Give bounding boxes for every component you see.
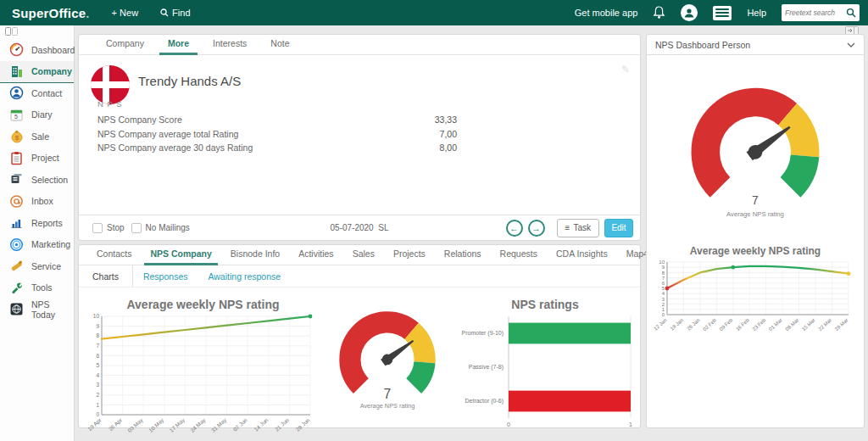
svg-text:22 Mar: 22 Mar	[817, 317, 832, 332]
task-button[interactable]: ≡Task	[557, 219, 599, 237]
svg-text:15 Mar: 15 Mar	[801, 317, 816, 332]
svg-text:8: 8	[662, 271, 665, 276]
apps-menu-icon[interactable]	[713, 6, 732, 20]
tab-more[interactable]: More	[156, 38, 201, 54]
help-link[interactable]: Help	[747, 8, 766, 18]
person-gauge-chart: 7Average NPS rating	[647, 86, 864, 220]
svg-text:10 May: 10 May	[147, 416, 165, 434]
tab-requests[interactable]: Requests	[491, 248, 547, 265]
svg-text:23 Feb: 23 Feb	[751, 317, 766, 332]
sidebar-item-project[interactable]: Project	[0, 148, 74, 170]
tools-wrench-icon	[8, 280, 24, 295]
sidebar-item-contact[interactable]: Contact	[0, 82, 74, 104]
tab-activities[interactable]: Activities	[289, 248, 342, 265]
contact-icon	[8, 86, 24, 101]
task-menu-icon: ≡	[565, 223, 570, 232]
field-value: 7,00	[440, 129, 457, 139]
sidebar-item-inbox[interactable]: Inbox	[0, 191, 74, 213]
sidebar-item-diary[interactable]: 5 Diary	[0, 104, 74, 126]
nps-ratings-bar-chart: NPS ratings Promoter (9-10)Passive (7-8)…	[451, 294, 639, 441]
tab-note[interactable]: Note	[259, 38, 301, 54]
svg-text:10: 10	[659, 260, 665, 265]
company-icon	[8, 64, 24, 79]
sidebar-item-tools[interactable]: Tools	[0, 277, 74, 299]
service-icon	[8, 259, 24, 274]
tab-interests[interactable]: Interests	[201, 38, 259, 54]
stop-checkbox[interactable]	[92, 223, 103, 233]
tab-nps-company[interactable]: NPS Company	[141, 248, 220, 265]
user-avatar-icon[interactable]	[681, 4, 698, 21]
sidebar-collapse-icon[interactable]	[5, 27, 19, 36]
search-icon[interactable]	[846, 8, 856, 18]
edit-button[interactable]: Edit	[604, 219, 633, 237]
gauge-chart-svg: 7Average NPS rating	[684, 86, 826, 220]
svg-text:03 May: 03 May	[126, 416, 145, 434]
svg-text:26 Jan: 26 Jan	[686, 317, 700, 332]
svg-text:$: $	[14, 134, 19, 142]
sidebar-item-marketing[interactable]: Marketing	[0, 234, 74, 256]
tab-sales[interactable]: Sales	[343, 248, 384, 265]
svg-text:6: 6	[96, 353, 99, 359]
svg-text:31 May: 31 May	[209, 416, 228, 434]
freetext-search-input[interactable]	[785, 8, 846, 17]
svg-text:9: 9	[96, 323, 99, 329]
company-tabs: Company More Interests Note	[79, 35, 640, 55]
previous-record-button[interactable]: ←	[506, 220, 523, 237]
tab-projects[interactable]: Projects	[384, 248, 435, 265]
panel-selector[interactable]: NPS Dashboard Person	[647, 35, 864, 55]
nps-gauge-chart: 7Average NPS rating	[324, 310, 451, 441]
sidebar-item-sale[interactable]: $ Sale	[0, 126, 74, 148]
svg-text:5: 5	[662, 286, 665, 291]
sidebar-item-selection[interactable]: Selection	[0, 169, 74, 191]
svg-text:Average NPS rating: Average NPS rating	[360, 402, 415, 410]
charts-row: Average weekly NPS rating 01234567891019…	[79, 294, 640, 441]
edit-section-icon[interactable]: ✎	[621, 64, 630, 75]
tab-cda-insights[interactable]: CDA Insights	[547, 248, 617, 265]
stop-label: Stop	[107, 223, 125, 232]
superoffice-logo[interactable]: SuperOffice.	[12, 6, 90, 20]
field-label: NPS Company average total Rating	[97, 129, 238, 139]
find-button[interactable]: Find	[160, 8, 190, 18]
field-value: 8,00	[440, 142, 457, 153]
tab-bisnode-info[interactable]: Bisnode Info	[221, 248, 289, 265]
subtab-responses[interactable]: Responses	[133, 271, 198, 282]
left-sidebar: Dashboard Company Contact 5 Diary $ Sale…	[0, 25, 75, 441]
sidebar-item-service[interactable]: Service	[0, 255, 74, 277]
notifications-bell-icon[interactable]	[653, 6, 665, 20]
project-icon	[8, 150, 24, 165]
sidebar-item-nps-today[interactable]: NPS Today	[0, 299, 74, 321]
field-row: NPS Company average 30 days Rating 8,00	[97, 141, 457, 155]
next-record-button[interactable]: →	[528, 220, 545, 237]
freetext-search[interactable]	[782, 4, 860, 21]
person-weekly-line-chart: Average weekly NPS rating 01234567891012…	[647, 242, 864, 338]
tab-company[interactable]: Company	[94, 38, 156, 54]
svg-text:6: 6	[662, 281, 665, 286]
tab-contacts[interactable]: Contacts	[87, 248, 141, 265]
search-icon	[160, 8, 169, 17]
chevron-down-icon	[847, 42, 855, 47]
field-row: NPS Company average total Rating 7,00	[97, 127, 457, 142]
svg-text:26 Apr: 26 Apr	[107, 416, 124, 433]
sidebar-item-dashboard[interactable]: Dashboard	[0, 39, 74, 61]
sidebar-item-company[interactable]: Company	[0, 61, 74, 83]
subtab-charts[interactable]: Charts	[79, 265, 133, 287]
svg-text:4: 4	[662, 291, 665, 296]
get-mobile-app-link[interactable]: Get mobile app	[575, 8, 638, 18]
line-chart-svg: 01234567891012 Jan19 Jan26 Jan02 Feb09 F…	[654, 257, 857, 338]
field-label: NPS Company average 30 days Rating	[97, 142, 253, 153]
sidebar-item-reports[interactable]: Reports	[0, 212, 74, 234]
tab-relations[interactable]: Relations	[435, 248, 491, 265]
chart-title: NPS ratings	[511, 298, 578, 311]
nps-subtabs: Charts Responses Awaiting response	[79, 265, 640, 287]
svg-text:24 May: 24 May	[189, 416, 208, 434]
no-mailings-checkbox[interactable]	[131, 223, 142, 233]
svg-text:Detractor (0-6): Detractor (0-6)	[465, 398, 504, 405]
svg-text:7: 7	[752, 193, 759, 207]
svg-text:07 Jun: 07 Jun	[231, 416, 248, 433]
subtab-awaiting-response[interactable]: Awaiting response	[198, 271, 291, 282]
detail-tabs: Contacts NPS Company Bisnode Info Activi…	[79, 245, 640, 265]
new-button[interactable]: + New	[112, 8, 139, 18]
gauge-chart-svg: 7Average NPS rating	[334, 310, 441, 413]
svg-text:2: 2	[662, 302, 665, 307]
svg-text:Passive (7-8): Passive (7-8)	[469, 364, 504, 371]
